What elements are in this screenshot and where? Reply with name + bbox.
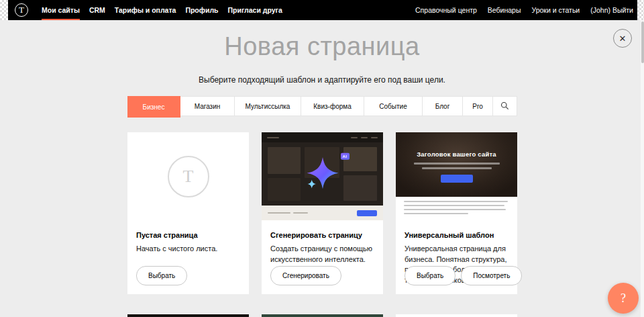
- universal-template-preview: Заголовок вашего сайта: [396, 132, 517, 220]
- scrollbar[interactable]: [641, 20, 644, 317]
- top-navigation-bar: T Мои сайты CRM Тарифы и оплата Профиль …: [0, 0, 644, 20]
- main-nav: Мои сайты CRM Тарифы и оплата Профиль Пр…: [32, 0, 282, 20]
- next-row-card-3[interactable]: [396, 314, 517, 317]
- help-button[interactable]: ?: [608, 283, 639, 314]
- choose-blank-button[interactable]: Выбрать: [136, 266, 187, 285]
- card-title-generate: Сгенерировать страницу: [270, 231, 374, 239]
- choose-universal-button[interactable]: Выбрать: [405, 266, 455, 285]
- app-window: T Мои сайты CRM Тарифы и оплата Профиль …: [0, 0, 644, 317]
- tilda-logo[interactable]: T: [15, 3, 28, 17]
- preview-hero: Заголовок вашего сайта: [396, 132, 517, 197]
- page-title: Новая страница: [0, 32, 644, 61]
- template-card-generate: AI Сгенерировать страницу Создать страни…: [262, 132, 383, 294]
- nav-item-webinars[interactable]: Вебинары: [488, 0, 521, 20]
- tab-search[interactable]: [493, 97, 517, 116]
- ai-sparkle-icon: AI: [305, 155, 340, 193]
- tab-pro[interactable]: Pro: [463, 97, 493, 116]
- page-subtitle: Выберите подходящий шаблон и адаптируйте…: [0, 75, 644, 85]
- tab-blog[interactable]: Блог: [423, 97, 463, 116]
- nav-item-crm[interactable]: CRM: [89, 0, 105, 20]
- card-desc-blank: Начать с чистого листа.: [136, 244, 240, 255]
- tilda-logo-letter: T: [19, 5, 24, 15]
- card-title-blank: Пустая страница: [136, 231, 240, 239]
- preview-footer-bar: [262, 206, 383, 220]
- generate-button[interactable]: Сгенерировать: [270, 266, 341, 285]
- card-actions-universal: Выбрать Посмотреть: [405, 266, 522, 285]
- scrollbar-thumb[interactable]: [641, 21, 644, 63]
- blank-template-preview: T: [127, 132, 249, 220]
- nav-item-logout[interactable]: (John) Выйти: [590, 0, 633, 20]
- view-universal-button[interactable]: Посмотреть: [461, 266, 522, 285]
- nav-item-invite-friend[interactable]: Пригласи друга: [228, 0, 282, 20]
- card-title-universal: Универсальный шаблон: [405, 231, 508, 239]
- preview-header-bar: [262, 132, 383, 142]
- nav-item-my-sites[interactable]: Мои сайты: [42, 0, 80, 20]
- next-row-card-2[interactable]: [262, 314, 383, 317]
- card-desc-generate: Создать страницу с помощью искусственног…: [270, 244, 374, 265]
- tilda-mark-icon: T: [168, 156, 209, 197]
- nav-item-help-center[interactable]: Справочный центр: [415, 0, 477, 20]
- tab-event[interactable]: Событие: [364, 97, 423, 116]
- nav-item-tariffs[interactable]: Тарифы и оплата: [115, 0, 176, 20]
- tab-business[interactable]: Бизнес: [127, 96, 180, 118]
- preview-hero-button: [441, 175, 473, 183]
- tab-quiz[interactable]: Квиз-форма: [301, 97, 364, 116]
- transparency-checker-right: [637, 0, 644, 20]
- template-card-grid: T Пустая страница Начать с чистого листа…: [127, 132, 517, 294]
- next-row-card-1[interactable]: [127, 314, 249, 317]
- template-card-blank: T Пустая страница Начать с чистого листа…: [127, 132, 249, 294]
- nav-item-profile[interactable]: Профиль: [185, 0, 218, 20]
- nav-item-lessons[interactable]: Уроки и статьи: [531, 0, 580, 20]
- ai-badge: AI: [341, 152, 350, 159]
- tilda-mark-letter: T: [183, 167, 194, 187]
- preview-text-block: [396, 197, 517, 220]
- card-actions-blank: Выбрать: [136, 266, 187, 285]
- ai-template-preview: AI: [262, 132, 383, 220]
- close-icon[interactable]: ✕: [613, 29, 632, 48]
- next-row-cards: [127, 314, 517, 317]
- card-actions-generate: Сгенерировать: [270, 266, 341, 285]
- preview-footer-cta: [357, 210, 377, 216]
- preview-hero-heading: Заголовок вашего сайта: [417, 150, 496, 158]
- secondary-nav: Справочный центр Вебинары Уроки и статьи…: [405, 0, 637, 20]
- tab-multilink[interactable]: Мультиссылка: [235, 97, 301, 116]
- tab-shop[interactable]: Магазин: [180, 97, 235, 116]
- template-card-universal: Заголовок вашего сайта Универсальный шаб…: [396, 132, 517, 294]
- search-icon: [500, 101, 509, 111]
- template-tabs: Бизнес Магазин Мультиссылка Квиз-форма С…: [127, 96, 517, 116]
- transparency-checker-left: [0, 0, 8, 20]
